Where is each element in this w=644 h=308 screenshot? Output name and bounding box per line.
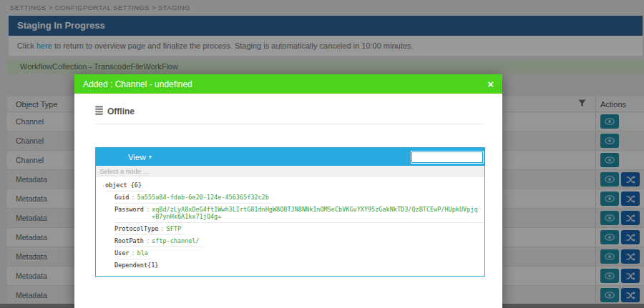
tree-field-row: ProtocolType:SFTP bbox=[114, 223, 185, 235]
added-channel-modal: Added : Channel - undefined × Offline Vi… bbox=[74, 74, 502, 308]
modal-title: Added : Channel - undefined bbox=[83, 79, 192, 89]
modal-body: Offline View ▾ Select a node ... object{… bbox=[74, 106, 502, 277]
tree-object-node[interactable]: Dependent{1} bbox=[114, 259, 162, 271]
tree-field-row: Guid:5a555a84-fdab-6e20-124e-456365f32c2… bbox=[114, 192, 273, 204]
tree-field-colon: : bbox=[129, 249, 137, 257]
tree-field-key: ProtocolType bbox=[114, 225, 158, 232]
tree-field-value: sftp-channel/ bbox=[152, 237, 200, 244]
tree-field-colon: : bbox=[158, 225, 166, 232]
tree-root-count: {6} bbox=[131, 182, 142, 189]
tree-field-key: User bbox=[114, 249, 129, 257]
search-input[interactable] bbox=[411, 151, 483, 163]
database-icon bbox=[95, 106, 103, 117]
tree-field-row: Password:xq8d/zLyA8xDeG4ft1Wwh3LIrtG81dn… bbox=[114, 204, 484, 223]
tree-field-colon: : bbox=[144, 206, 152, 213]
close-icon[interactable]: × bbox=[487, 79, 494, 89]
tree-field-row: User:bla bbox=[114, 247, 152, 259]
tree-field-key: Dependent bbox=[114, 262, 147, 269]
search-box bbox=[411, 151, 484, 164]
view-menu-label: View bbox=[128, 153, 146, 162]
tree-field-count: {1} bbox=[147, 262, 158, 269]
tree-field-colon: : bbox=[129, 194, 137, 201]
divider bbox=[95, 124, 485, 124]
tree-field-key: Password bbox=[114, 206, 144, 213]
json-editor-toolbar: View ▾ bbox=[96, 148, 484, 166]
json-tree: object{6} Guid:5a555a84-fdab-6e20-124e-4… bbox=[96, 177, 484, 276]
tree-field-value: 5a555a84-fdab-6e20-124e-456365f32c2b bbox=[137, 194, 269, 201]
chevron-down-icon: ▾ bbox=[149, 154, 152, 160]
tree-field-value: xq8d/zLyA8xDeG4ft1Wwh3LIrtG81dnHgW8OBTJN… bbox=[152, 206, 480, 220]
tree-field-value: bla bbox=[137, 249, 148, 257]
modal-header: Added : Channel - undefined × bbox=[74, 74, 502, 94]
offline-status: Offline bbox=[95, 106, 485, 117]
tree-root-node[interactable]: object{6} bbox=[105, 179, 146, 192]
tree-field-key: RootPath bbox=[114, 237, 144, 244]
tree-field-row: RootPath:sftp-channel/ bbox=[114, 235, 204, 247]
view-menu-button[interactable]: View ▾ bbox=[128, 153, 152, 162]
tree-root-label: object bbox=[105, 182, 127, 189]
tree-field-key: Guid bbox=[114, 194, 129, 201]
tree-field-value: SFTP bbox=[167, 225, 181, 232]
offline-label: Offline bbox=[107, 106, 135, 116]
node-select-input[interactable]: Select a node ... bbox=[96, 166, 484, 177]
json-editor-panel: View ▾ Select a node ... object{6} Guid:… bbox=[95, 147, 485, 277]
tree-field-colon: : bbox=[144, 237, 152, 244]
